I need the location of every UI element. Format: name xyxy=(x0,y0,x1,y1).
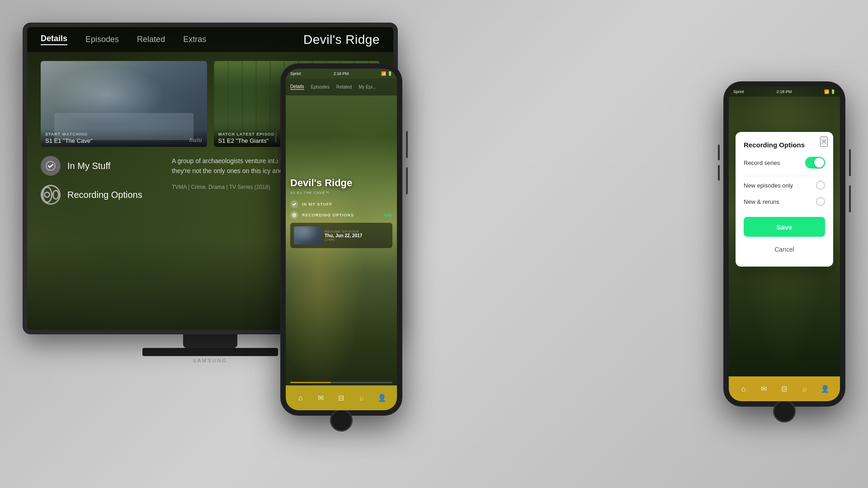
phone2-volume-btn xyxy=(849,185,851,212)
phone1-vol-down-btn xyxy=(275,147,277,163)
my-stuff-label: In My Stuff xyxy=(67,161,110,171)
phone1-home-icon[interactable]: ⌂ xyxy=(296,393,306,403)
phone2-screen-inner: Sprint 2:18 PM 📶 🔋 ✕ Recording Options R… xyxy=(729,87,840,401)
phone2-power-btn xyxy=(849,149,851,176)
tv-thumb-1[interactable]: START WATCHING S1 E1 "The Cave" hulu xyxy=(41,61,207,147)
phone1-my-stuff-label: IN MY STUFF xyxy=(302,202,332,206)
phone1-tab-details[interactable]: Details xyxy=(290,84,304,90)
phone2-search-icon[interactable]: ⌕ xyxy=(800,384,810,394)
tv-action-recording[interactable]: Recording Options xyxy=(41,185,158,205)
phone1-show-title: Devil's Ridge xyxy=(290,177,392,189)
hulu-badge-1: hulu xyxy=(189,136,203,143)
episode-info: RESUME EPISODE Thu, Jun 22, 2017 (1hr) xyxy=(325,230,389,241)
tv-show-title: Devil's Ridge xyxy=(303,33,380,47)
episode-title: Thu, Jun 22, 2017 xyxy=(325,233,389,238)
phone1-search-icon[interactable]: ⌕ xyxy=(357,393,367,403)
scene: Details Episodes Related Extras Devil's … xyxy=(0,0,868,488)
new-reruns-row: New & reruns xyxy=(744,197,825,206)
modal-divider-1 xyxy=(744,176,825,176)
phone1-status-bar: Sprint 2:16 PM 📶 🔋 xyxy=(286,69,397,79)
new-episodes-label: New episodes only xyxy=(744,182,793,189)
record-icon-outer xyxy=(42,187,52,203)
new-reruns-label: New & reruns xyxy=(744,198,779,205)
phone2-vol-up-btn xyxy=(718,145,720,160)
phone2-signal: 📶 🔋 xyxy=(824,89,835,94)
phone1-profile-icon[interactable]: 👤 xyxy=(377,393,387,403)
tv-base xyxy=(142,348,278,356)
phone2-carrier: Sprint xyxy=(733,89,744,94)
phone1-content: Devil's Ridge S1 E1 THE CAVE™ IN MY STUF… xyxy=(286,96,397,385)
episode-duration: (1hr) xyxy=(325,238,389,241)
tv-tab-related[interactable]: Related xyxy=(137,35,165,44)
phone2-status-bar: Sprint 2:18 PM 📶 🔋 xyxy=(729,87,840,97)
phone1-check-svg xyxy=(292,202,297,206)
phone2-home-button[interactable] xyxy=(773,400,796,422)
phone1-tab-myepi[interactable]: My Epi... xyxy=(359,84,376,89)
cancel-button[interactable]: Cancel xyxy=(744,241,825,258)
tv-tab-episodes[interactable]: Episodes xyxy=(85,35,119,44)
phone1-show-sub: S1 E1 THE CAVE™ xyxy=(290,191,392,195)
tv-navigation: Details Episodes Related Extras Devil's … xyxy=(27,27,393,52)
record-series-row: Record series xyxy=(744,157,825,169)
tv-thumb-1-title: S1 E1 "The Cave" xyxy=(45,137,203,144)
phone2-profile-icon[interactable]: 👤 xyxy=(820,384,830,394)
phone1-my-stuff-row[interactable]: IN MY STUFF xyxy=(290,200,392,208)
modal-title: Recording Options xyxy=(744,141,825,149)
phone1-tab-episodes[interactable]: Episodes xyxy=(311,84,330,89)
phone1-record-icon xyxy=(290,211,298,219)
phone2-vol-down-btn xyxy=(718,165,720,181)
tv-actions-panel: In My Stuff Recording Options xyxy=(41,156,158,321)
phone1-navigation: Details Episodes Related My Epi... xyxy=(286,79,397,96)
phone2-home-icon[interactable]: ⌂ xyxy=(739,384,749,394)
episode-sublabel: RESUME EPISODE xyxy=(325,230,389,233)
phone1-record-svg xyxy=(292,213,297,217)
recording-options-modal: ✕ Recording Options Record series xyxy=(736,132,833,267)
record-series-toggle[interactable] xyxy=(805,157,825,169)
phone1-tab-related[interactable]: Related xyxy=(336,84,352,89)
record-circle-icon xyxy=(41,185,61,205)
phone1-inbox-icon[interactable]: ✉ xyxy=(316,393,326,403)
svg-point-1 xyxy=(293,214,296,217)
check-circle-icon xyxy=(41,156,61,176)
phone1-signal: 📶 🔋 xyxy=(381,71,392,76)
phone1-volume-btn xyxy=(406,167,408,194)
save-button[interactable]: Save xyxy=(744,217,825,237)
recording-options-label: Recording Options xyxy=(67,190,142,200)
phone1-check-icon xyxy=(290,200,298,208)
phone1-carrier: Sprint xyxy=(290,71,301,76)
phone1-screen-inner: Sprint 2:16 PM 📶 🔋 Details Episodes Rela… xyxy=(286,69,397,410)
tv-thumb-1-action: START WATCHING xyxy=(45,132,203,136)
phone1-recording-row[interactable]: RECORDING OPTIONS hulu xyxy=(290,211,392,219)
phone1-outer: Sprint 2:16 PM 📶 🔋 Details Episodes Rela… xyxy=(280,63,402,416)
svg-point-2 xyxy=(294,215,295,216)
new-episodes-row: New episodes only xyxy=(744,181,825,190)
episode-thumbnail xyxy=(294,226,321,244)
phone1-episode-card[interactable]: RESUME EPISODE Thu, Jun 22, 2017 (1hr) xyxy=(290,223,392,248)
new-episodes-radio[interactable] xyxy=(816,181,825,190)
tv-thumb-1-label: START WATCHING S1 E1 "The Cave" xyxy=(41,129,207,147)
new-reruns-radio[interactable] xyxy=(816,197,825,206)
phone2-folder-icon[interactable]: ⊟ xyxy=(779,384,789,394)
tv-tab-extras[interactable]: Extras xyxy=(183,35,206,44)
phone1-power-btn xyxy=(406,131,408,158)
toggle-knob xyxy=(814,158,824,168)
modal-close-button[interactable]: ✕ xyxy=(820,136,828,147)
tv-tab-details[interactable]: Details xyxy=(41,34,67,45)
phone1-device: Sprint 2:16 PM 📶 🔋 Details Episodes Rela… xyxy=(280,63,402,416)
phone1-vol-up-btn xyxy=(275,127,277,142)
tv-action-my-stuff[interactable]: In My Stuff xyxy=(41,156,158,176)
checkmark-svg xyxy=(46,161,56,171)
phone2-bottom-nav: ⌂ ✉ ⊟ ⌕ 👤 xyxy=(729,376,840,401)
phone2-time: 2:18 PM xyxy=(777,89,792,94)
phone2-device: Sprint 2:18 PM 📶 🔋 ✕ Recording Options R… xyxy=(723,81,845,407)
phone2-outer: Sprint 2:18 PM 📶 🔋 ✕ Recording Options R… xyxy=(723,81,845,407)
phone1-time: 2:16 PM xyxy=(334,71,349,76)
record-icon-inner xyxy=(44,192,50,198)
phone1-home-button[interactable] xyxy=(330,409,353,432)
phone1-screen: Sprint 2:16 PM 📶 🔋 Details Episodes Rela… xyxy=(286,69,397,410)
record-series-label: Record series xyxy=(744,160,780,166)
phone1-hulu-logo: hulu xyxy=(384,213,392,217)
tv-nav-tabs: Details Episodes Related Extras xyxy=(41,34,206,45)
phone2-inbox-icon[interactable]: ✉ xyxy=(759,384,769,394)
phone1-folder-icon[interactable]: ⊟ xyxy=(336,393,346,403)
